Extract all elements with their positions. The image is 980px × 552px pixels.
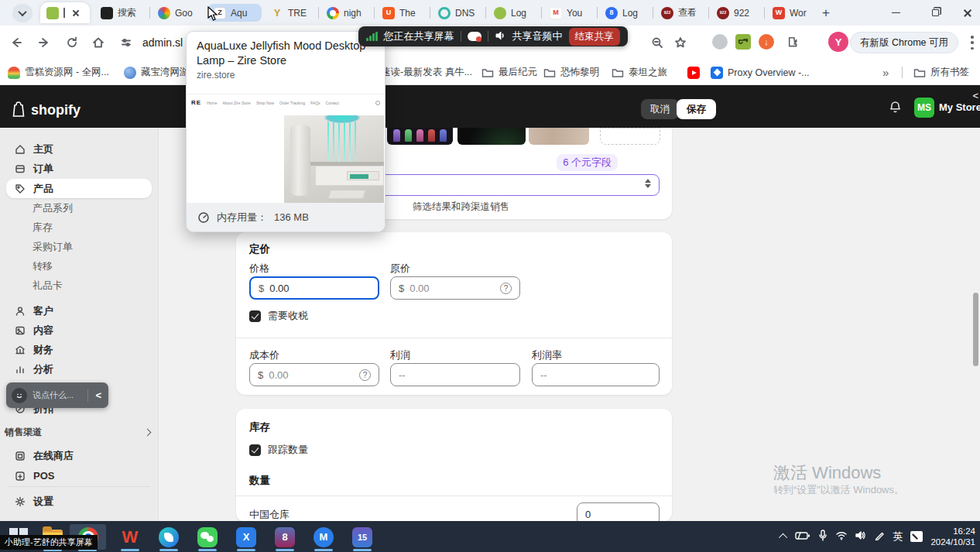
bookmark-treasure[interactable]: 藏宝湾网游 [124,64,190,81]
cost-input[interactable]: $ 0.00 ? [249,363,379,386]
bookmark-star-icon[interactable] [670,33,690,53]
microphone-icon[interactable] [818,530,828,544]
ime-indicator[interactable]: 英 [893,530,903,543]
bookmark-folder-lastepoch[interactable]: 最后纪元 [481,64,537,81]
chat-input[interactable]: 说点什么... [33,389,74,401]
stop-sharing-button[interactable]: 结束共享 [569,28,620,46]
tab-922[interactable]: 922 922 [711,2,762,23]
meeting-taskbar-button[interactable]: M [308,524,339,550]
wps-taskbar-button[interactable]: W [115,524,146,550]
tab-word[interactable]: W Wor [766,2,814,23]
sidebar-item-collections[interactable]: 产品系列 [6,198,152,218]
help-icon[interactable]: ? [500,283,512,294]
sidebar-item-customers[interactable]: 客户 [6,301,152,321]
browser-menu-icon[interactable] [971,36,974,50]
sidebar-item-inventory[interactable]: 库存 [6,218,152,237]
x-app-taskbar-button[interactable]: X [231,524,262,550]
window-minimize-button[interactable] [879,0,913,26]
save-button[interactable]: 保存 [677,99,716,119]
sidebar-item-pos[interactable]: POS [6,466,152,485]
profit-input[interactable]: -- [390,363,520,386]
tab-922-view[interactable]: 922 查看 [655,2,706,23]
zoom-out-icon[interactable] [647,33,667,53]
wifi-icon[interactable] [835,530,848,543]
tab-dns[interactable]: DNS [432,2,483,23]
extension-glasses-icon[interactable] [735,34,751,50]
tray-expand-icon[interactable] [779,533,787,542]
sidebar-item-settings[interactable]: 设置 [6,492,152,511]
bookmark-proxy[interactable]: Proxy Overview -... [711,64,810,81]
sidebar-item-content[interactable]: 内容 [6,321,152,340]
bookmarks-overflow-button[interactable]: » [882,64,889,81]
bookmark-folder-grimdawn[interactable]: 恐怖黎明 [543,64,599,81]
battery-icon[interactable] [795,530,810,543]
tab-trident[interactable]: Y TRE [265,2,316,23]
tab-gmail[interactable]: M You [543,2,595,23]
sidebar-item-transfers[interactable]: 转移 [6,256,152,276]
tab-search[interactable]: 搜索 [94,2,147,23]
extension-ghost-icon[interactable] [712,34,728,50]
store-avatar[interactable]: MS [914,98,934,118]
calendar8-taskbar-button[interactable]: 8 [269,524,300,550]
calendar15-taskbar-button[interactable]: 15 [347,524,378,550]
chrome-update-chip[interactable]: 有新版 Chrome 可用 [850,32,958,53]
browser-app-button[interactable] [153,524,184,550]
forward-button[interactable] [34,33,54,53]
cancel-button[interactable]: 取消 [641,99,679,119]
volume-icon[interactable] [855,530,867,543]
sidebar-item-finance[interactable]: 财务 [6,340,152,359]
price-input[interactable]: $ 0.00 [249,276,379,300]
site-info-icon[interactable] [116,33,136,53]
bookmark-youtube[interactable] [687,64,700,81]
tab-the[interactable]: U The [376,2,427,23]
tab-night[interactable]: nigh [320,2,372,23]
close-tab-icon[interactable] [70,7,82,19]
bookmark-folder-titanquest[interactable]: 泰坦之旅 [612,64,667,81]
pen-icon[interactable] [875,530,885,543]
product-thumbnail-variants[interactable] [387,128,453,145]
scrollbar-thumb[interactable] [973,293,978,366]
reload-button[interactable] [62,33,82,53]
overlay-collapse-button[interactable]: < [94,389,103,401]
tab-google[interactable]: Goo [152,2,204,23]
charge-tax-row[interactable]: 需要收税 [249,309,308,323]
extensions-puzzle-icon[interactable] [783,33,804,53]
back-button[interactable] [6,33,26,53]
window-restore-button[interactable] [918,0,952,26]
product-thumbnail-dark[interactable] [457,128,526,145]
checkbox-checked-icon[interactable] [249,310,261,322]
smiley-avatar-icon[interactable] [12,388,27,403]
compare-price-input[interactable]: $ 0.00 ? [390,276,520,300]
address-bar-url[interactable]: admin.sl [142,36,183,49]
sidebar-item-gift-cards[interactable]: 礼品卡 [6,276,152,295]
sidebar-item-analytics[interactable]: 分析 [6,359,152,379]
bookmark-icecream[interactable]: 雪糕资源网 - 全网... [8,64,109,81]
whiteboard-icon[interactable] [910,531,923,542]
sidebar-item-orders[interactable]: 订单 [6,159,152,178]
all-bookmarks-folder[interactable]: 所有书签 [913,64,969,81]
product-thumbnail-beige[interactable] [529,128,589,145]
notifications-bell-icon[interactable] [889,101,902,117]
extension-cloud-download-icon[interactable]: ↓ [759,34,774,50]
profile-avatar[interactable]: Y [828,32,848,52]
sidebar-item-online-store[interactable]: 在线商店 [6,446,152,465]
metafields-link[interactable]: 6 个元字段 [557,154,618,171]
wechat-taskbar-button[interactable] [192,524,223,550]
tab-search-button[interactable] [12,4,33,22]
tab-logo2[interactable]: 8 Log [599,2,650,23]
panel-collapse-icon[interactable]: < [972,90,978,101]
store-name[interactable]: My Store [939,101,980,113]
tab-active[interactable] [40,2,90,23]
cloud-recording-icon[interactable] [468,32,481,41]
sidebar-item-products[interactable]: 产品 [6,179,152,198]
sidebar-item-home[interactable]: 主页 [6,139,152,159]
window-close-button[interactable] [951,0,980,26]
sales-channels-header[interactable]: 销售渠道 [5,426,150,439]
track-quantity-row[interactable]: 跟踪数量 [249,443,308,457]
checkbox-checked-icon[interactable] [249,444,261,456]
clock[interactable]: 16:24 2024/10/31 [930,526,975,547]
help-icon[interactable]: ? [359,369,371,381]
add-media-dropzone[interactable] [600,128,660,145]
sidebar-item-purchase-orders[interactable]: 采购订单 [6,237,152,256]
home-button[interactable] [88,33,108,53]
